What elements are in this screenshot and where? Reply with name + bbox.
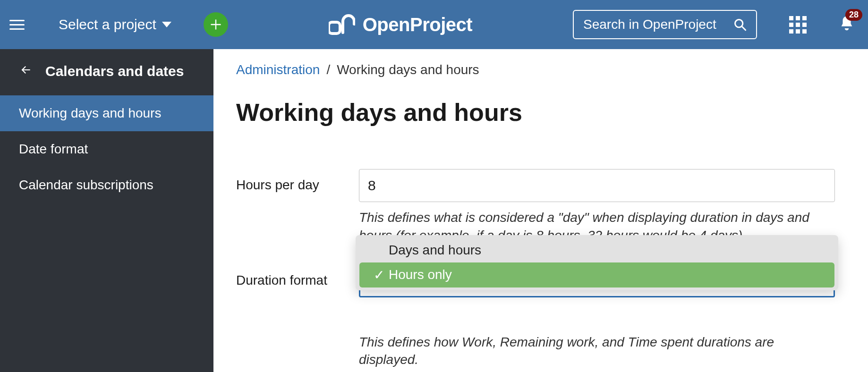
add-button[interactable] — [204, 12, 228, 37]
sidebar: Calendars and dates Working days and hou… — [0, 49, 213, 372]
search-input[interactable]: Search in OpenProject — [573, 10, 757, 39]
duration-label: Duration format — [236, 264, 359, 288]
search-icon — [733, 18, 747, 31]
arrow-left-icon — [20, 63, 32, 79]
project-selector[interactable]: Select a project — [59, 17, 171, 33]
option-label: Days and hours — [389, 243, 481, 258]
breadcrumb: Administration / Working days and hours — [236, 62, 835, 77]
sidebar-item-label: Date format — [19, 142, 88, 156]
notifications-button[interactable]: 28 — [839, 15, 855, 34]
sidebar-item-label: Calendar subscriptions — [19, 178, 153, 192]
form-row-duration: Duration format Days and hours ✓ Hours o… — [236, 264, 835, 369]
option-label: Hours only — [389, 267, 452, 282]
breadcrumb-separator: / — [326, 62, 330, 77]
hours-input[interactable] — [359, 169, 835, 202]
menu-icon[interactable] — [9, 15, 28, 34]
sidebar-item-date-format[interactable]: Date format — [0, 131, 213, 167]
openproject-icon — [329, 14, 355, 35]
search-placeholder: Search in OpenProject — [583, 17, 726, 32]
duration-option-days-hours[interactable]: Days and hours — [359, 238, 834, 262]
hours-label: Hours per day — [236, 169, 359, 193]
topbar: Select a project OpenProject Search in O… — [0, 0, 868, 49]
apps-icon[interactable] — [789, 16, 807, 34]
project-selector-label: Select a project — [59, 17, 156, 33]
form-row-hours: Hours per day This defines what is consi… — [236, 169, 835, 245]
plus-icon — [209, 18, 222, 31]
chevron-down-icon — [162, 22, 171, 27]
brand-logo[interactable]: OpenProject — [329, 14, 472, 35]
brand-name: OpenProject — [363, 14, 472, 35]
sidebar-back[interactable]: Calendars and dates — [0, 49, 213, 95]
sidebar-item-label: Working days and hours — [19, 106, 161, 120]
check-icon: ✓ — [374, 267, 384, 283]
main-content: Administration / Working days and hours … — [213, 49, 868, 372]
duration-dropdown: Days and hours ✓ Hours only — [356, 235, 838, 290]
duration-help: This defines how Work, Remaining work, a… — [359, 333, 835, 369]
svg-rect-0 — [329, 22, 340, 34]
sidebar-item-working-days[interactable]: Working days and hours — [0, 95, 213, 131]
sidebar-title: Calendars and dates — [45, 63, 184, 79]
sidebar-item-calendar-subscriptions[interactable]: Calendar subscriptions — [0, 167, 213, 203]
breadcrumb-current: Working days and hours — [337, 62, 479, 77]
page-title: Working days and hours — [236, 98, 835, 127]
notification-badge: 28 — [845, 9, 862, 21]
svg-line-2 — [742, 26, 746, 30]
breadcrumb-root[interactable]: Administration — [236, 62, 320, 77]
duration-option-hours-only[interactable]: ✓ Hours only — [359, 262, 834, 287]
